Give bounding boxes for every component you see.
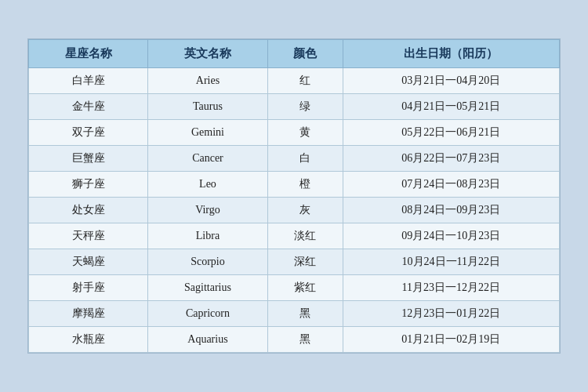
cell-english-name: Virgo	[148, 198, 267, 223]
table-row: 摩羯座Capricorn黑12月23日一01月22日	[29, 301, 560, 327]
table-row: 天秤座Libra淡红09月24日一10月23日	[29, 223, 560, 249]
table-row: 双子座Gemini黄05月22日一06月21日	[29, 120, 560, 146]
zodiac-table-container: 星座名称 英文名称 颜色 出生日期（阳历） 白羊座Aries红03月21日一04…	[27, 38, 561, 354]
table-row: 水瓶座Aquarius黑01月21日一02月19日	[29, 327, 560, 353]
cell-english-name: Libra	[148, 223, 267, 249]
table-row: 处女座Virgo灰08月24日一09月23日	[29, 198, 560, 223]
cell-chinese-name: 巨蟹座	[29, 146, 148, 172]
cell-chinese-name: 射手座	[29, 275, 148, 301]
cell-color: 绿	[267, 94, 343, 120]
cell-english-name: Sagittarius	[148, 275, 267, 301]
header-english-name: 英文名称	[148, 40, 267, 68]
cell-color: 淡红	[267, 223, 343, 249]
cell-color: 黄	[267, 120, 343, 146]
cell-dates: 11月23日一12月22日	[343, 275, 559, 301]
cell-chinese-name: 摩羯座	[29, 301, 148, 327]
cell-english-name: Capricorn	[148, 301, 267, 327]
cell-color: 白	[267, 146, 343, 172]
cell-dates: 06月22日一07月23日	[343, 146, 559, 172]
cell-color: 紫红	[267, 275, 343, 301]
header-chinese-name: 星座名称	[29, 40, 148, 68]
cell-chinese-name: 水瓶座	[29, 327, 148, 353]
cell-dates: 09月24日一10月23日	[343, 223, 559, 249]
table-row: 射手座Sagittarius紫红11月23日一12月22日	[29, 275, 560, 301]
zodiac-table: 星座名称 英文名称 颜色 出生日期（阳历） 白羊座Aries红03月21日一04…	[28, 39, 560, 353]
table-row: 巨蟹座Cancer白06月22日一07月23日	[29, 146, 560, 172]
cell-english-name: Scorpio	[148, 249, 267, 275]
cell-chinese-name: 狮子座	[29, 172, 148, 198]
table-row: 白羊座Aries红03月21日一04月20日	[29, 68, 560, 94]
cell-chinese-name: 天蝎座	[29, 249, 148, 275]
cell-color: 黑	[267, 301, 343, 327]
cell-chinese-name: 白羊座	[29, 68, 148, 94]
cell-color: 橙	[267, 172, 343, 198]
table-body: 白羊座Aries红03月21日一04月20日金牛座Taurus绿04月21日一0…	[29, 68, 560, 353]
table-header-row: 星座名称 英文名称 颜色 出生日期（阳历）	[29, 40, 560, 68]
cell-english-name: Aries	[148, 68, 267, 94]
cell-chinese-name: 天秤座	[29, 223, 148, 249]
cell-chinese-name: 处女座	[29, 198, 148, 223]
header-color: 颜色	[267, 40, 343, 68]
cell-chinese-name: 双子座	[29, 120, 148, 146]
cell-dates: 10月24日一11月22日	[343, 249, 559, 275]
table-row: 天蝎座Scorpio深红10月24日一11月22日	[29, 249, 560, 275]
cell-color: 灰	[267, 198, 343, 223]
cell-english-name: Cancer	[148, 146, 267, 172]
cell-dates: 12月23日一01月22日	[343, 301, 559, 327]
cell-dates: 07月24日一08月23日	[343, 172, 559, 198]
cell-color: 深红	[267, 249, 343, 275]
cell-color: 黑	[267, 327, 343, 353]
table-row: 狮子座Leo橙07月24日一08月23日	[29, 172, 560, 198]
cell-dates: 05月22日一06月21日	[343, 120, 559, 146]
cell-english-name: Leo	[148, 172, 267, 198]
cell-color: 红	[267, 68, 343, 94]
cell-english-name: Gemini	[148, 120, 267, 146]
cell-chinese-name: 金牛座	[29, 94, 148, 120]
cell-dates: 08月24日一09月23日	[343, 198, 559, 223]
cell-dates: 03月21日一04月20日	[343, 68, 559, 94]
cell-dates: 01月21日一02月19日	[343, 327, 559, 353]
cell-english-name: Taurus	[148, 94, 267, 120]
cell-english-name: Aquarius	[148, 327, 267, 353]
header-dates: 出生日期（阳历）	[343, 40, 559, 68]
cell-dates: 04月21日一05月21日	[343, 94, 559, 120]
table-row: 金牛座Taurus绿04月21日一05月21日	[29, 94, 560, 120]
